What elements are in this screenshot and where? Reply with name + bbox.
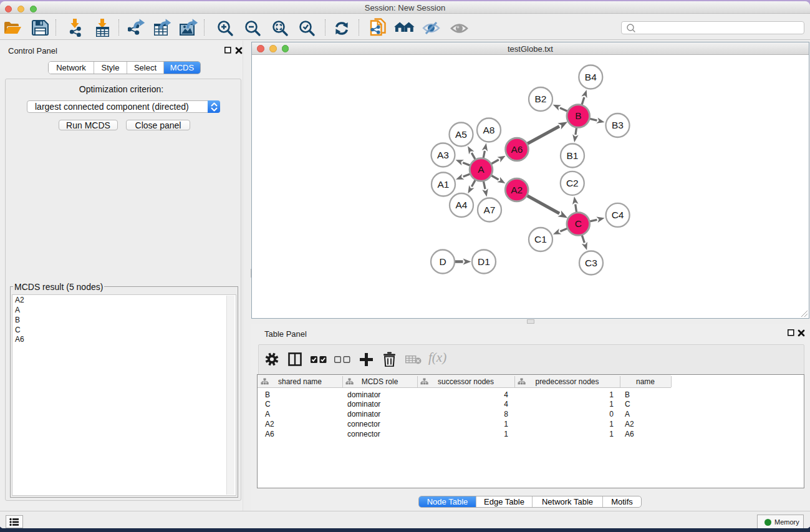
svg-text:B: B <box>575 110 581 121</box>
svg-text:B3: B3 <box>612 120 624 130</box>
svg-text:A4: A4 <box>456 200 468 210</box>
svg-text:C1: C1 <box>534 234 547 244</box>
svg-text:A: A <box>478 164 485 175</box>
svg-text:A8: A8 <box>483 125 495 135</box>
svg-text:A5: A5 <box>455 129 467 140</box>
svg-text:A7: A7 <box>484 205 496 215</box>
svg-text:C2: C2 <box>566 178 579 188</box>
svg-text:A6: A6 <box>511 144 523 155</box>
svg-text:B2: B2 <box>535 94 547 104</box>
svg-text:B4: B4 <box>585 72 597 82</box>
svg-text:A1: A1 <box>438 179 450 190</box>
svg-text:D: D <box>439 256 446 267</box>
svg-text:B1: B1 <box>567 150 579 161</box>
svg-text:D1: D1 <box>478 256 490 267</box>
svg-text:C: C <box>575 218 582 229</box>
svg-text:A3: A3 <box>437 150 449 160</box>
svg-text:C4: C4 <box>612 210 624 220</box>
svg-text:C3: C3 <box>585 258 597 268</box>
svg-text:A2: A2 <box>511 185 523 195</box>
